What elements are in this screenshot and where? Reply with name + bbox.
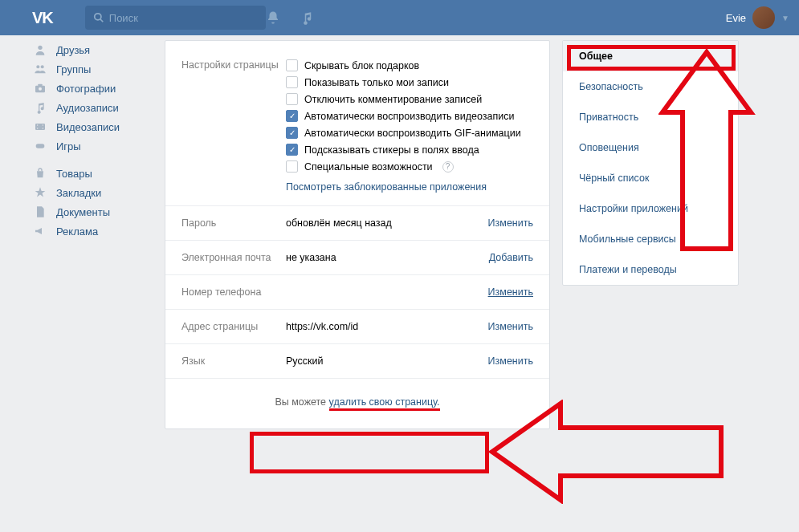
checkbox[interactable]: [286, 110, 298, 122]
music-note-icon: [32, 101, 48, 114]
svg-point-3: [36, 65, 39, 68]
star-icon: [32, 186, 48, 199]
groups-icon: [32, 63, 48, 75]
megaphone-icon: [32, 225, 48, 238]
sidebar-item-photos[interactable]: Фотографии: [32, 79, 153, 98]
checkbox-label: Показывать только мои записи: [304, 77, 449, 88]
avatar: [752, 6, 775, 29]
svg-point-4: [41, 65, 44, 68]
svg-point-9: [37, 124, 38, 125]
checkbox-row[interactable]: Подсказывать стикеры в полях ввода: [286, 141, 533, 158]
sidebar-label: Аудиозаписи: [56, 102, 119, 114]
sidebar-label: Игры: [56, 140, 81, 152]
row-action-link[interactable]: Изменить: [488, 355, 533, 367]
row-action-link[interactable]: Изменить: [488, 321, 533, 332]
video-icon: [32, 120, 48, 133]
music-icon[interactable]: [300, 10, 314, 25]
row-value: Русский: [286, 355, 488, 367]
svg-line-1: [100, 19, 104, 22]
row-label: Номер телефона: [181, 286, 286, 298]
row-value: не указана: [286, 252, 489, 263]
sidebar-item-video[interactable]: Видеозаписи: [32, 117, 153, 136]
checkbox-row[interactable]: Показывать только мои записи: [286, 74, 533, 91]
chevron-down-icon: ▼: [781, 14, 789, 22]
sidebar-label: Фотографии: [56, 83, 116, 95]
checkbox-label: Скрывать блок подарков: [304, 60, 419, 71]
view-blocked-apps-link[interactable]: Посмотреть заблокированные приложения: [286, 175, 533, 193]
help-icon[interactable]: ?: [442, 161, 454, 173]
checkbox[interactable]: [286, 93, 298, 105]
vk-logo[interactable]: VK: [32, 9, 53, 27]
svg-point-2: [38, 46, 42, 50]
checkbox[interactable]: [286, 59, 298, 71]
sidebar-label: Закладки: [56, 187, 101, 199]
settings-row: Номер телефонаИзменить: [165, 274, 549, 309]
settings-panel: Настройки страницы Скрывать блок подарко…: [165, 40, 550, 429]
svg-point-6: [39, 87, 42, 91]
bag-icon: [32, 167, 48, 180]
row-action-link[interactable]: Добавить: [489, 252, 533, 263]
row-label: Пароль: [181, 217, 286, 229]
checkbox[interactable]: [286, 160, 298, 173]
sidebar-item-groups[interactable]: Группы: [32, 59, 153, 79]
checkbox-row[interactable]: Автоматически воспроизводить видеозаписи: [286, 108, 533, 124]
settings-nav-item[interactable]: Платежи и переводы: [563, 254, 738, 285]
left-sidebar: Друзья Группы Фотографии Аудиозаписи Вид…: [32, 40, 153, 429]
sidebar-item-audio[interactable]: Аудиозаписи: [32, 98, 153, 117]
sidebar-label: Видеозаписи: [56, 121, 120, 133]
sidebar-item-games[interactable]: Игры: [32, 136, 153, 156]
svg-point-10: [37, 128, 38, 128]
sidebar-label: Документы: [56, 206, 110, 218]
checkbox[interactable]: [286, 76, 298, 88]
svg-point-0: [95, 14, 101, 20]
checkbox-row[interactable]: Скрывать блок подарков: [286, 57, 533, 74]
friends-icon: [32, 43, 48, 56]
notifications-icon[interactable]: [266, 10, 280, 25]
sidebar-item-friends[interactable]: Друзья: [32, 40, 153, 59]
svg-point-12: [43, 128, 43, 128]
settings-row: Адрес страницыhttps://vk.com/idИзменить: [165, 309, 549, 343]
sidebar-item-market[interactable]: Товары: [32, 164, 153, 183]
annotation-arrow-up: [658, 48, 763, 257]
page-settings-body: Скрывать блок подарковПоказывать только …: [286, 57, 533, 193]
sidebar-label: Группы: [56, 63, 91, 75]
gamepad-icon: [32, 140, 48, 152]
svg-rect-13: [36, 144, 45, 148]
svg-rect-7: [38, 84, 42, 87]
checkbox-label: Автоматически воспроизводить видеозаписи: [304, 111, 514, 122]
checkbox[interactable]: [286, 127, 298, 139]
annotation-arrow-left: [488, 400, 729, 504]
row-action-link[interactable]: Изменить: [488, 217, 533, 229]
page-settings-label: Настройки страницы: [181, 57, 286, 193]
svg-point-11: [43, 124, 43, 125]
checkbox-label: Отключить комментирование записей: [304, 94, 482, 105]
svg-rect-8: [35, 124, 45, 130]
search-icon: [93, 12, 104, 23]
annotation-box-delete: [250, 432, 489, 473]
user-name: Evie: [726, 12, 746, 24]
delete-page-link[interactable]: удалить свою страницу.: [329, 396, 440, 408]
settings-row: Парольобновлён месяц назадИзменить: [165, 205, 549, 240]
checkbox-label: Подсказывать стикеры в полях ввода: [304, 144, 479, 156]
row-label: Адрес страницы: [181, 321, 286, 332]
sidebar-item-bookmarks[interactable]: Закладки: [32, 183, 153, 202]
checkbox-row[interactable]: Специальные возможности?: [286, 158, 533, 175]
search-box[interactable]: [85, 6, 266, 30]
sidebar-item-docs[interactable]: Документы: [32, 202, 153, 221]
top-bar: VK Evie ▼: [0, 0, 799, 35]
checkbox-row[interactable]: Автоматически воспроизводить GIF-анимаци…: [286, 124, 533, 141]
checkbox-label: Специальные возможности: [304, 161, 433, 173]
settings-row: ЯзыкРусскийИзменить: [165, 343, 549, 378]
sidebar-label: Товары: [56, 168, 92, 180]
row-label: Язык: [181, 355, 286, 367]
row-label: Электронная почта: [181, 252, 286, 263]
row-action-link[interactable]: Изменить: [488, 286, 533, 298]
search-input[interactable]: [109, 12, 258, 24]
sidebar-item-ads[interactable]: Реклама: [32, 221, 153, 241]
checkbox[interactable]: [286, 144, 298, 156]
checkbox-row[interactable]: Отключить комментирование записей: [286, 91, 533, 108]
sidebar-label: Реклама: [56, 225, 98, 238]
row-value: обновлён месяц назад: [286, 217, 488, 229]
delete-prefix: Вы можете: [275, 396, 328, 408]
user-menu[interactable]: Evie ▼: [726, 6, 789, 29]
